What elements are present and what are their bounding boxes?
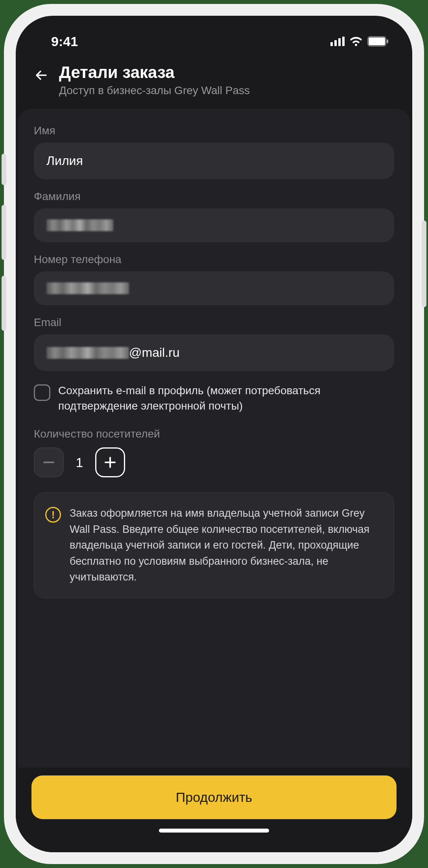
- last-name-input[interactable]: [34, 208, 394, 242]
- status-icons: [330, 36, 389, 46]
- notice-text: Заказ оформляется на имя владельца учетн…: [70, 505, 383, 585]
- redacted-text: [46, 282, 129, 294]
- svg-rect-1: [334, 40, 337, 46]
- arrow-left-icon: [33, 67, 49, 83]
- warning-icon: !: [45, 507, 61, 523]
- footer: Продолжить: [16, 768, 412, 852]
- info-notice: ! Заказ оформляется на имя владельца уче…: [34, 492, 394, 598]
- save-email-label: Сохранить e-mail в профиль (может потреб…: [58, 383, 394, 414]
- minus-icon: [43, 462, 54, 463]
- visitors-count: 1: [75, 455, 84, 470]
- side-button: [2, 205, 6, 260]
- phone-group: Номер телефона: [34, 253, 394, 305]
- wifi-icon: [349, 37, 363, 46]
- home-indicator[interactable]: [159, 829, 269, 833]
- continue-button[interactable]: Продолжить: [31, 775, 397, 819]
- visitors-stepper: 1: [34, 447, 394, 477]
- save-email-checkbox-row[interactable]: Сохранить e-mail в профиль (может потреб…: [34, 383, 394, 414]
- screen: 9:41 Детали заказа Доступ в бизнес-залы …: [16, 16, 412, 852]
- svg-rect-3: [342, 37, 345, 46]
- page-title: Детали заказа: [59, 63, 397, 82]
- page-subtitle: Доступ в бизнес-залы Grey Wall Pass: [59, 84, 397, 97]
- svg-rect-0: [330, 42, 333, 46]
- form-content: Имя Фамилия Номер телефона Email @: [18, 109, 410, 768]
- last-name-label: Фамилия: [34, 190, 394, 203]
- visitors-group: Количество посетителей 1: [34, 428, 394, 477]
- status-bar: 9:41: [16, 16, 412, 55]
- back-button[interactable]: [31, 65, 51, 85]
- email-group: Email @mail.ru: [34, 316, 394, 371]
- email-suffix: @mail.ru: [129, 345, 180, 360]
- side-button: [2, 154, 6, 185]
- side-button: [2, 276, 6, 331]
- svg-rect-9: [105, 462, 116, 463]
- battery-icon: [367, 36, 389, 46]
- first-name-label: Имя: [34, 124, 394, 137]
- increase-button[interactable]: [95, 447, 125, 477]
- visitors-label: Количество посетителей: [34, 428, 394, 440]
- redacted-text: [46, 347, 129, 359]
- first-name-input[interactable]: [34, 143, 394, 179]
- phone-input[interactable]: [34, 271, 394, 305]
- svg-rect-7: [43, 462, 54, 463]
- side-button: [422, 221, 426, 307]
- svg-rect-2: [338, 38, 341, 46]
- svg-rect-5: [369, 37, 385, 45]
- redacted-text: [46, 219, 113, 231]
- save-email-checkbox[interactable]: [34, 384, 50, 401]
- status-time: 9:41: [51, 34, 78, 49]
- email-label: Email: [34, 316, 394, 329]
- header-text: Детали заказа Доступ в бизнес-залы Grey …: [59, 63, 397, 97]
- device-frame: 9:41 Детали заказа Доступ в бизнес-залы …: [4, 4, 424, 864]
- phone-label: Номер телефона: [34, 253, 394, 266]
- first-name-group: Имя: [34, 124, 394, 179]
- svg-rect-6: [387, 39, 388, 43]
- header: Детали заказа Доступ в бизнес-залы Grey …: [16, 55, 412, 109]
- plus-icon: [105, 457, 116, 468]
- decrease-button[interactable]: [34, 447, 64, 477]
- cellular-icon: [330, 37, 345, 46]
- email-input[interactable]: @mail.ru: [34, 334, 394, 371]
- last-name-group: Фамилия: [34, 190, 394, 242]
